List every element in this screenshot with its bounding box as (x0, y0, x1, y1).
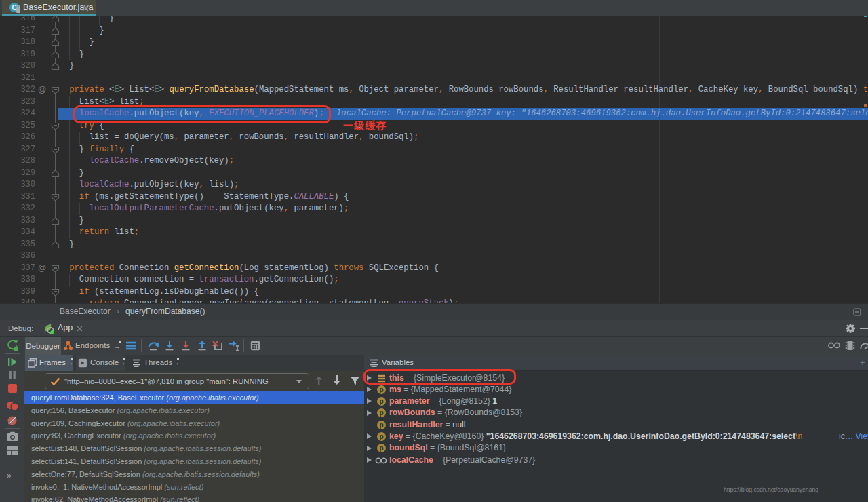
svg-text:C: C (12, 4, 16, 12)
